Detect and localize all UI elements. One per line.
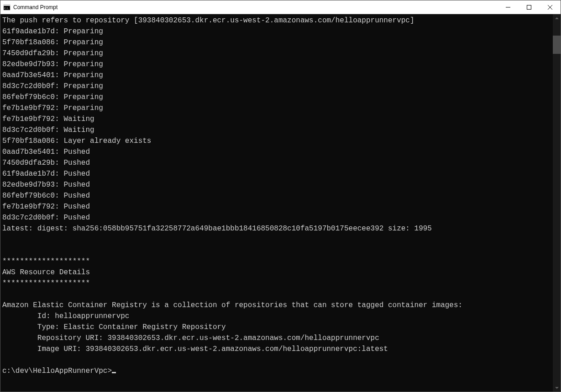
terminal-line: Type: Elastic Container Registry Reposit… bbox=[2, 322, 553, 333]
terminal-line: 8d3c7c2d0b0f: Preparing bbox=[2, 81, 553, 92]
chevron-up-icon bbox=[555, 17, 559, 19]
svg-text:C:\: C:\ bbox=[4, 6, 8, 9]
terminal-line: fe7b1e9bf792: Waiting bbox=[2, 114, 553, 125]
terminal-line bbox=[2, 234, 553, 245]
minimize-button[interactable] bbox=[498, 0, 519, 14]
window-controls bbox=[498, 0, 561, 14]
terminal-line: 5f70bf18a086: Preparing bbox=[2, 37, 553, 48]
chevron-down-icon bbox=[555, 387, 559, 389]
terminal-line: Image URI: 393840302653.dkr.ecr.us-west-… bbox=[2, 344, 553, 355]
scrollbar-thumb[interactable] bbox=[553, 36, 561, 54]
vertical-scrollbar[interactable] bbox=[553, 14, 561, 392]
terminal-line: 82edbe9d7b93: Pushed bbox=[2, 179, 553, 190]
app-icon: C:\ bbox=[3, 4, 10, 11]
svg-rect-4 bbox=[527, 5, 531, 9]
terminal-line: ******************** bbox=[2, 256, 553, 267]
terminal-line: fe7b1e9bf792: Pushed bbox=[2, 201, 553, 212]
terminal-line bbox=[2, 289, 553, 300]
terminal-prompt[interactable]: c:\dev\HelloAppRunnerVpc> bbox=[2, 366, 553, 376]
terminal-line: 0aad7b3e5401: Pushed bbox=[2, 146, 553, 157]
terminal-line: Amazon Elastic Container Registry is a c… bbox=[2, 300, 553, 311]
cursor bbox=[112, 372, 116, 373]
window-title: Command Prompt bbox=[13, 4, 498, 10]
terminal-line: 82edbe9d7b93: Preparing bbox=[2, 59, 553, 70]
terminal-line: Id: helloapprunnervpc bbox=[2, 311, 553, 322]
terminal-line: 7450d9dfa29b: Pushed bbox=[2, 157, 553, 168]
terminal-line: 61f9adae1b7d: Pushed bbox=[2, 168, 553, 179]
terminal-line: 61f9adae1b7d: Preparing bbox=[2, 26, 553, 37]
terminal-line bbox=[2, 355, 553, 366]
terminal-line: ******************** bbox=[2, 278, 553, 289]
terminal-line: 5f70bf18a086: Layer already exists bbox=[2, 136, 553, 146]
terminal-line: 7450d9dfa29b: Preparing bbox=[2, 48, 553, 59]
terminal-line: Repository URI: 393840302653.dkr.ecr.us-… bbox=[2, 333, 553, 344]
close-button[interactable] bbox=[540, 0, 561, 14]
command-prompt-window: C:\ Command Prompt The push refers to re… bbox=[0, 0, 561, 392]
terminal-line: 0aad7b3e5401: Preparing bbox=[2, 70, 553, 81]
terminal-line: fe7b1e9bf792: Preparing bbox=[2, 103, 553, 114]
terminal-line bbox=[2, 245, 553, 256]
terminal-line: 8d3c7c2d0b0f: Waiting bbox=[2, 125, 553, 136]
terminal-area: The push refers to repository [393840302… bbox=[0, 14, 561, 392]
terminal-line: 86febf79b6c0: Preparing bbox=[2, 92, 553, 103]
terminal-line: AWS Resource Details bbox=[2, 267, 553, 278]
terminal-line: 8d3c7c2d0b0f: Pushed bbox=[2, 212, 553, 223]
terminal-line: The push refers to repository [393840302… bbox=[2, 15, 553, 26]
svg-rect-1 bbox=[4, 5, 10, 6]
terminal-line: latest: digest: sha256:058bb95751fa32258… bbox=[2, 223, 553, 234]
scrollbar-track[interactable] bbox=[553, 22, 561, 384]
scrollbar-up-button[interactable] bbox=[553, 14, 561, 22]
titlebar[interactable]: C:\ Command Prompt bbox=[0, 0, 561, 14]
terminal-output[interactable]: The push refers to repository [393840302… bbox=[0, 14, 553, 392]
maximize-button[interactable] bbox=[519, 0, 540, 14]
terminal-line: 86febf79b6c0: Pushed bbox=[2, 190, 553, 201]
prompt-text: c:\dev\HelloAppRunnerVpc> bbox=[2, 367, 112, 375]
scrollbar-down-button[interactable] bbox=[553, 384, 561, 392]
